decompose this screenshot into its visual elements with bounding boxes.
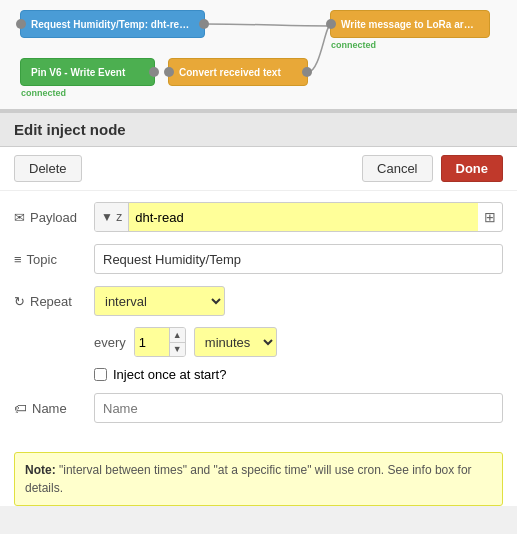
repeat-select[interactable]: interval none at a specific time between… xyxy=(94,286,225,316)
flow-node-write-lora[interactable]: Write message to LoRa arduino connected xyxy=(330,10,490,38)
name-row: 🏷 Name xyxy=(14,392,503,424)
topic-row: Topic xyxy=(14,243,503,275)
repeat-label: Repeat xyxy=(14,294,94,309)
flow-node-pin-v6[interactable]: Pin V6 - Write Event connected xyxy=(20,58,155,86)
delete-button[interactable]: Delete xyxy=(14,155,82,182)
flow-node-request[interactable]: Request Humidity/Temp: dht-read t... xyxy=(20,10,205,38)
name-input[interactable] xyxy=(94,393,503,423)
inject-once-checkbox[interactable] xyxy=(94,368,107,381)
payload-label: Payload xyxy=(14,210,94,225)
cancel-button[interactable]: Cancel xyxy=(362,155,432,182)
envelope-icon xyxy=(14,210,25,225)
flow-canvas: Request Humidity/Temp: dht-read t... Wri… xyxy=(0,0,517,110)
node-port-left-4 xyxy=(164,67,174,77)
node-label-4: Convert received text xyxy=(179,67,281,78)
payload-type-button[interactable]: ▼ z xyxy=(95,203,129,231)
payload-value-input[interactable] xyxy=(129,203,478,231)
node-label-1: Request Humidity/Temp: dht-read t... xyxy=(31,19,191,30)
edit-panel: Edit inject node Delete Cancel Done Payl… xyxy=(0,110,517,506)
note-box: Note: "interval between times" and "at a… xyxy=(14,452,503,506)
node-port-right-1 xyxy=(199,19,209,29)
payload-row: Payload ▼ z ⊞ xyxy=(14,201,503,233)
node-port-right-4 xyxy=(302,67,312,77)
repeat-row: Repeat interval none at a specific time … xyxy=(14,285,503,317)
every-label: every xyxy=(94,335,126,350)
repeat-icon xyxy=(14,294,25,309)
spinner-up-button[interactable]: ▲ xyxy=(170,328,185,343)
topic-label: Topic xyxy=(14,252,94,267)
node-label-2: Write message to LoRa arduino xyxy=(341,19,479,30)
panel-title: Edit inject node xyxy=(14,121,126,138)
panel-toolbar: Delete Cancel Done xyxy=(0,147,517,191)
every-row: every ▲ ▼ seconds minutes hours xyxy=(14,327,503,357)
every-number-input[interactable] xyxy=(135,328,171,356)
note-text: "interval between times" and "at a speci… xyxy=(25,463,472,495)
list-icon xyxy=(14,252,22,267)
every-unit-select[interactable]: seconds minutes hours xyxy=(194,327,277,357)
panel-header: Edit inject node xyxy=(0,113,517,147)
flow-node-convert[interactable]: Convert received text xyxy=(168,58,308,86)
inject-once-label: Inject once at start? xyxy=(113,367,226,382)
inject-once-row: Inject once at start? xyxy=(14,367,503,382)
topic-input[interactable] xyxy=(94,244,503,274)
note-prefix: Note: xyxy=(25,463,56,477)
spinner-down-button[interactable]: ▼ xyxy=(170,343,185,357)
name-label: 🏷 Name xyxy=(14,401,94,416)
every-spinners: ▲ ▼ xyxy=(169,328,185,356)
node-port-left-1 xyxy=(16,19,26,29)
node-port-right-3 xyxy=(149,67,159,77)
payload-type-label: ▼ z xyxy=(101,210,122,224)
node-status-2: connected xyxy=(331,40,376,50)
node-status-3: connected xyxy=(21,88,66,98)
payload-input-group: ▼ z ⊞ xyxy=(94,202,503,232)
tag-icon: 🏷 xyxy=(14,401,27,416)
node-port-left-2 xyxy=(326,19,336,29)
node-label-3: Pin V6 - Write Event xyxy=(31,67,125,78)
done-button[interactable]: Done xyxy=(441,155,504,182)
form-area: Payload ▼ z ⊞ Topic Repeat xyxy=(0,191,517,444)
payload-expand-icon[interactable]: ⊞ xyxy=(478,209,502,225)
every-number-field: ▲ ▼ xyxy=(134,327,186,357)
